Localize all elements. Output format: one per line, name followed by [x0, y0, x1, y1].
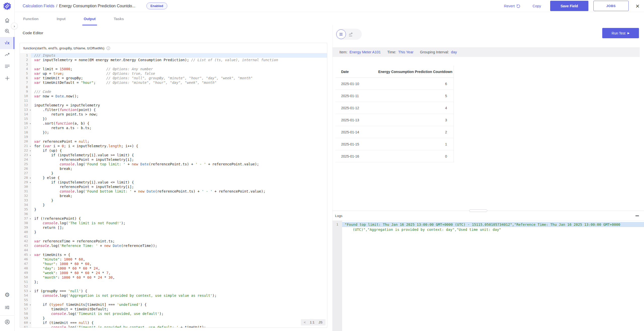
fold-arrow-icon[interactable]: ▾: [30, 121, 31, 126]
code-line-42[interactable]: 42var referenceTime = referencePoint.ts;: [20, 239, 327, 243]
tab-tasks[interactable]: Tasks: [114, 12, 124, 25]
list-icon[interactable]: [0, 63, 14, 69]
code-line-40[interactable]: 40}: [20, 230, 327, 234]
code-line-29[interactable]: 29▾ if (inputTelemetry[i].value <= limit…: [20, 180, 327, 185]
sidebar-item-calculated-fields[interactable]: √x: [0, 37, 14, 49]
code-line-46[interactable]: 46 "minute": 1000 * 60,: [20, 257, 327, 262]
user-profile-icon[interactable]: [0, 319, 14, 325]
code-line-36[interactable]: 36: [20, 212, 327, 216]
code-line-7[interactable]: 7var timeUnitDefault = "hour"; // Option…: [20, 80, 327, 85]
code-line-31[interactable]: 31 console.log('Found bottom limit: ' + …: [20, 189, 327, 194]
code-line-15[interactable]: 15 }): [20, 117, 327, 121]
code-lines[interactable]: 1/// Inputs2var inputTelemetry = none(EM…: [20, 53, 327, 328]
copy-button[interactable]: Copy: [533, 4, 541, 8]
code-line-52[interactable]: 52: [20, 284, 327, 289]
home-icon[interactable]: [0, 17, 14, 24]
code-line-50[interactable]: 50 "month": 1000 * 60 * 60 * 24 * 30,: [20, 275, 327, 280]
code-line-35[interactable]: 35}: [20, 207, 327, 212]
jobs-button[interactable]: JOBS: [593, 1, 629, 11]
code-line-33[interactable]: 33 }: [20, 198, 327, 203]
code-line-60[interactable]: 60▾ if (timeUnit === null) {: [20, 320, 327, 325]
tab-input[interactable]: Input: [57, 12, 65, 25]
add-icon[interactable]: [0, 75, 14, 82]
code-line-61[interactable]: 61 console.log('Timeunit is provided by …: [20, 325, 327, 328]
search-icon[interactable]: [0, 28, 14, 34]
fold-arrow-icon[interactable]: ▾: [30, 180, 31, 185]
code-line-57[interactable]: 57 timeUnit = timeUnitDefault;: [20, 307, 327, 311]
code-line-20[interactable]: 20var referencePoint = null;: [20, 139, 327, 144]
logs-collapse-icon[interactable]: [635, 215, 639, 216]
code-line-24[interactable]: 24 referencePoint = inputTelemetry[i];: [20, 157, 327, 162]
code-line-10[interactable]: 10var now = Date.now();: [20, 94, 327, 98]
code-line-13[interactable]: 13▾ .filter(function(point) {: [20, 107, 327, 112]
sidebar-expand-chevron-icon[interactable]: ›: [11, 23, 18, 29]
code-line-54[interactable]: 54 console.log('Aggregation is not provi…: [20, 293, 327, 298]
code-line-45[interactable]: 45▾var timeUnits = {: [20, 252, 327, 257]
table-view-toggle[interactable]: [336, 29, 346, 39]
code-line-5[interactable]: 5var up = true; // Options: true, false: [20, 71, 327, 76]
close-icon[interactable]: ×: [636, 3, 639, 9]
code-line-8[interactable]: 8: [20, 85, 327, 89]
fold-arrow-icon[interactable]: ▾: [30, 176, 31, 180]
code-line-41[interactable]: 41: [20, 234, 327, 239]
code-line-27[interactable]: 27 }: [20, 171, 327, 175]
code-line-53[interactable]: 53▾if (groupBy === 'null') {: [20, 289, 327, 293]
code-line-37[interactable]: 37▾if (!referencePoint) {: [20, 216, 327, 221]
status-badge[interactable]: Enabled: [146, 3, 167, 9]
code-line-4[interactable]: 4var limit = 15000; // Options: Any numb…: [20, 67, 327, 71]
code-line-1[interactable]: 1/// Inputs: [20, 53, 327, 58]
fold-arrow-icon[interactable]: ▾: [30, 149, 31, 153]
code-line-34[interactable]: 34 }: [20, 203, 327, 207]
save-field-button[interactable]: Save Field: [550, 1, 588, 11]
code-line-21[interactable]: 21▾for (var i = 0; i < inputTelemetry.le…: [20, 144, 327, 148]
code-line-14[interactable]: 14 return point.ts > now;: [20, 112, 327, 117]
time-value-link[interactable]: This Year: [398, 50, 413, 54]
code-line-12[interactable]: 12inputTelemetry = inputTelemetry: [20, 103, 327, 107]
code-line-25[interactable]: 25 console.log('Found top limit: ' + new…: [20, 162, 327, 166]
item-value-link[interactable]: Energy Meter A101: [349, 50, 381, 54]
code-line-16[interactable]: 16▾ .sort(function(a, b) {: [20, 121, 327, 126]
fold-arrow-icon[interactable]: ▾: [30, 289, 31, 293]
code-line-32[interactable]: 32 break;: [20, 194, 327, 198]
code-line-38[interactable]: 38 console.log('The limit is not Found!'…: [20, 221, 327, 225]
code-line-43[interactable]: 43console.log('Reference Time: ' + new D…: [20, 243, 327, 248]
code-line-59[interactable]: 59 }: [20, 316, 327, 320]
code-line-49[interactable]: 49 "week": 1000 * 60 * 60 * 24 * 7,: [20, 271, 327, 275]
app-logo-icon[interactable]: [3, 2, 11, 10]
chart-view-toggle[interactable]: [346, 29, 355, 39]
status-collapse-icon[interactable]: <: [304, 320, 306, 324]
code-line-9[interactable]: 9/// Code: [20, 89, 327, 94]
code-line-51[interactable]: 51};: [20, 280, 327, 284]
code-line-30[interactable]: 30 referencePoint = inputTelemetry[i];: [20, 185, 327, 189]
code-line-2[interactable]: 2var inputTelemetry = none(EM energy met…: [20, 58, 327, 62]
fold-arrow-icon[interactable]: ▾: [30, 253, 31, 257]
trend-chart-icon[interactable]: [0, 51, 14, 58]
info-icon[interactable]: [106, 46, 110, 50]
code-editor[interactable]: function(startTs, endTs, groupBy, tzName…: [20, 43, 327, 328]
code-line-58[interactable]: 58 console.log('Timeunit is not provided…: [20, 311, 327, 316]
code-line-3[interactable]: 3: [20, 62, 327, 67]
code-line-19[interactable]: 19: [20, 135, 327, 139]
code-line-56[interactable]: 56▾ if (typeof timeUnits[timeUnit] === '…: [20, 302, 327, 307]
fold-arrow-icon[interactable]: ▾: [30, 108, 31, 112]
code-line-18[interactable]: 18 });: [20, 130, 327, 135]
code-line-26[interactable]: 26 break;: [20, 166, 327, 171]
code-line-11[interactable]: 11: [20, 98, 327, 103]
code-line-6[interactable]: 6var timeUnit = groupBy; // Options: "nu…: [20, 76, 327, 80]
code-line-17[interactable]: 17 return a.ts - b.ts;: [20, 126, 327, 130]
code-line-22[interactable]: 22▾ if (up) {: [20, 148, 327, 153]
code-line-23[interactable]: 23▾ if (inputTelemetry[i].value >= limit…: [20, 153, 327, 157]
grouping-interval-value-link[interactable]: day: [451, 50, 457, 54]
code-line-48[interactable]: 48 "day": 1000 * 60 * 60 * 24,: [20, 266, 327, 271]
tab-function[interactable]: Function: [23, 12, 38, 25]
code-line-44[interactable]: 44: [20, 248, 327, 252]
preferences-sliders-icon[interactable]: [0, 304, 14, 311]
code-line-39[interactable]: 39 return [];: [20, 225, 327, 230]
run-test-button[interactable]: Run Test ▶: [602, 28, 639, 38]
settings-gear-icon[interactable]: ⚙: [0, 291, 14, 298]
code-line-28[interactable]: 28▾ } else {: [20, 175, 327, 180]
fold-arrow-icon[interactable]: ▾: [30, 153, 31, 158]
fold-arrow-icon[interactable]: ▾: [30, 321, 31, 325]
fold-arrow-icon[interactable]: ▾: [30, 216, 31, 221]
code-line-47[interactable]: 47 "hour": 1000 * 60 * 60,: [20, 262, 327, 266]
